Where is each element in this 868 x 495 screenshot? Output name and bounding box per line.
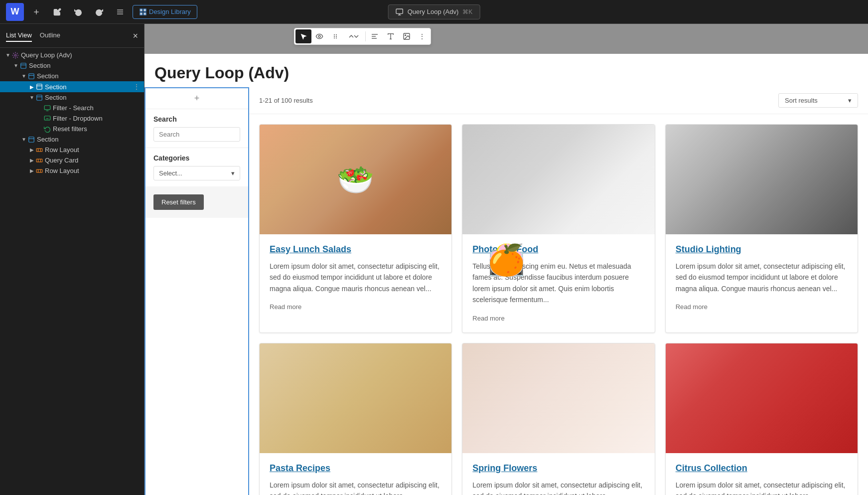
tree-item-section-2[interactable]: ▼ Section [0, 71, 144, 81]
card-5-title[interactable]: Spring Flowers [472, 463, 644, 474]
card-4-body: Pasta Recipes Lorem ipsum dolor sit amet… [260, 453, 451, 495]
page-title: Query Loop (Adv) [145, 54, 868, 87]
filter-search-icon [44, 105, 51, 112]
svg-rect-23 [44, 116, 50, 120]
card-2-image [462, 125, 654, 234]
sidebar-header: List View Outline × [0, 24, 144, 48]
card-6-title[interactable]: Citrus Collection [676, 463, 848, 474]
chevron-icon: ▼ [20, 137, 28, 142]
wp-logo[interactable]: W [6, 3, 24, 21]
select-mode-button[interactable] [295, 29, 311, 43]
chevron-icon: ▼ [4, 52, 12, 58]
tree-item-filter-dropdown[interactable]: ▶ Filter - Dropdown [0, 113, 144, 124]
query-loop-icon [12, 52, 19, 59]
card-1-read-more[interactable]: Read more [270, 303, 301, 311]
tab-outline[interactable]: Outline [40, 29, 60, 42]
card-3-text: Lorem ipsum dolor sit amet, consectetur … [676, 261, 848, 294]
query-loop-button[interactable]: Query Loop (Adv) ⌘K [388, 4, 480, 19]
tree-item-row-layout-1[interactable]: ▶ Row Layout [0, 145, 144, 155]
svg-rect-25 [29, 137, 34, 142]
reset-filters-button[interactable]: Reset filters [153, 194, 204, 210]
svg-point-40 [336, 36, 337, 37]
card-2-read-more[interactable]: Read more [472, 315, 504, 322]
text-button[interactable] [383, 29, 399, 43]
align-button[interactable] [367, 29, 383, 43]
card-5-image [462, 343, 654, 453]
query-card-label: Query Card [45, 157, 140, 164]
tree-item-query-loop[interactable]: ▼ Query Loop (Adv) [0, 50, 144, 60]
move-updown-button[interactable] [343, 29, 364, 43]
svg-rect-30 [36, 159, 42, 162]
card-3: Studio Lighting Lorem ipsum dolor sit am… [665, 124, 858, 333]
row-layout-2-label: Row Layout [45, 167, 140, 174]
chevron-icon: ▶ [28, 147, 36, 153]
svg-point-37 [334, 34, 335, 35]
tree-item-reset-filters[interactable]: ▶ Reset filters [0, 124, 144, 134]
categories-select[interactable]: Select... ▾ [153, 166, 240, 180]
chevron-icon: ▼ [20, 73, 28, 79]
card-1-title[interactable]: Easy Lunch Salads [270, 244, 441, 255]
design-library-button[interactable]: Design Library [133, 5, 197, 19]
section-icon [28, 73, 35, 80]
design-library-label: Design Library [149, 8, 191, 15]
add-block-button[interactable] [28, 4, 45, 19]
tab-list-view[interactable]: List View [6, 29, 32, 42]
undo-button[interactable] [70, 4, 87, 19]
svg-rect-15 [29, 73, 34, 79]
tree-item-row-layout-2[interactable]: ▶ Row Layout [0, 165, 144, 176]
filter-dropdown-icon [44, 115, 51, 122]
drag-handle-button[interactable] [327, 29, 343, 43]
center-controls: Query Loop (Adv) ⌘K [388, 4, 480, 19]
tree-item-section-4[interactable]: ▼ Section [0, 92, 144, 103]
search-filter-label: Search [153, 115, 240, 123]
svg-point-12 [14, 54, 16, 56]
search-input[interactable] [153, 127, 240, 142]
filter-add-button[interactable]: + [145, 88, 248, 109]
svg-point-41 [334, 37, 335, 38]
card-4-title[interactable]: Pasta Recipes [270, 463, 441, 474]
section-1-label: Section [29, 62, 140, 69]
svg-point-36 [318, 35, 320, 37]
row-layout-icon [36, 147, 43, 154]
more-options-button[interactable]: ⋮ [415, 29, 430, 43]
tree-item-section-5[interactable]: ▼ Section [0, 134, 144, 145]
redo-button[interactable] [91, 4, 108, 19]
card-6-body: Citrus Collection Lorem ipsum dolor sit … [666, 453, 858, 495]
sort-results-dropdown[interactable]: Sort results ▾ [778, 93, 858, 108]
section-3-label: Section [45, 83, 133, 91]
svg-rect-27 [36, 149, 42, 152]
view-toggle-button[interactable] [112, 4, 129, 19]
more-options-icon[interactable]: ⋮ [133, 83, 140, 91]
card-1-body: Easy Lunch Salads Lorem ipsum dolor sit … [260, 234, 451, 321]
card-2: Photos of Food Tellus cras adipiscing en… [462, 124, 655, 333]
card-3-image [666, 125, 858, 234]
view-button[interactable] [311, 29, 327, 43]
card-6-image [666, 343, 858, 453]
svg-point-39 [334, 36, 335, 37]
svg-rect-13 [21, 63, 26, 68]
cards-grid: Easy Lunch Salads Lorem ipsum dolor sit … [249, 114, 868, 495]
tree-item-section-3[interactable]: ▶ Section ⋮ [0, 81, 144, 92]
card-1-image [260, 125, 451, 234]
image-button[interactable] [399, 29, 415, 43]
card-3-read-more[interactable]: Read more [676, 303, 708, 311]
card-3-title[interactable]: Studio Lighting [676, 244, 848, 255]
tree-item-section-1[interactable]: ▼ Section [0, 60, 144, 71]
sidebar-close-button[interactable]: × [133, 31, 138, 40]
card-1: Easy Lunch Salads Lorem ipsum dolor sit … [259, 124, 452, 333]
results-count: 1-21 of 100 results [259, 97, 778, 104]
section-4-label: Section [45, 94, 140, 101]
sidebar-tree: ▼ Query Loop (Adv) ▼ Section ▼ [0, 48, 144, 495]
tree-item-query-card[interactable]: ▶ Query Card [0, 155, 144, 165]
select-placeholder: Select... [159, 169, 182, 177]
main-layout: List View Outline × ▼ Query Loop (Adv) ▼ [0, 24, 868, 495]
row-layout-1-label: Row Layout [45, 146, 140, 154]
chevron-icon: ▶ [28, 158, 36, 163]
card-1-text: Lorem ipsum dolor sit amet, consectetur … [270, 261, 441, 294]
categories-filter-label: Categories [153, 154, 240, 162]
section-icon [20, 62, 27, 69]
filter-categories-section: Categories Select... ▾ [145, 148, 248, 186]
top-bar: W Design Library Query Loop (Adv) ⌘K [0, 0, 868, 24]
edit-button[interactable] [49, 4, 66, 19]
tree-item-filter-search[interactable]: ▶ Filter - Search [0, 103, 144, 113]
